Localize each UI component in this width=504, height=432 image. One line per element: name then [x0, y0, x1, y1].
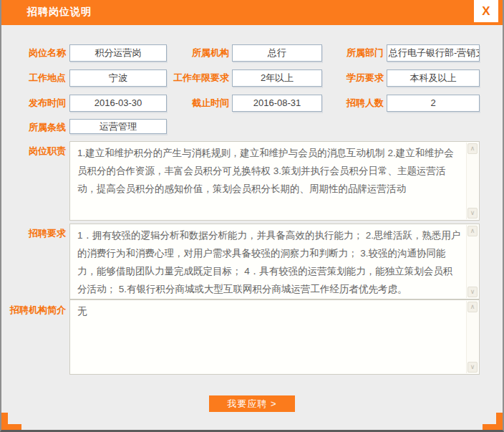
field-label-headcount: 招聘人数 [302, 95, 384, 112]
section-label-org-intro: 招聘机构简介 [1, 302, 66, 319]
org-intro-scrollbar[interactable]: ∧ ∨ [466, 301, 478, 373]
scroll-down-icon[interactable]: ∨ [467, 208, 478, 219]
field-input-headcount[interactable]: 2 [387, 95, 480, 112]
scroll-down-icon[interactable]: ∨ [467, 362, 478, 373]
responsibilities-text: 1.建立和维护积分的产生与消耗规则，建立和维护与会员的消息互动机制 2.建立和维… [77, 145, 462, 217]
field-label-organization: 所属机构 [137, 44, 229, 62]
org-intro-text: 无 [77, 303, 462, 371]
field-label-deadline: 截止时间 [137, 95, 229, 112]
field-label-position-name: 岗位名称 [1, 44, 66, 62]
dialog-header: 招聘岗位说明 X [0, 0, 504, 25]
field-label-experience-required: 工作年限要求 [137, 69, 229, 87]
responsibilities-scrollbar[interactable]: ∧ ∨ [466, 143, 478, 219]
section-label-responsibilities: 岗位职责 [1, 143, 66, 160]
field-label-publish-date: 发布时间 [1, 95, 66, 112]
apply-button[interactable]: 我要应聘 > [209, 395, 295, 412]
requirements-text: 1．拥有较强的逻辑分析和数据分析能力，并具备高效的执行能力； 2.思维活跃，熟悉… [77, 227, 462, 296]
job-posting-dialog: 招聘岗位说明 X 岗位名称 积分运营岗 所属机构 总行 所属部门 总行电子银行部… [0, 0, 504, 432]
field-input-education-required[interactable]: 本科及以上 [387, 69, 480, 87]
field-input-department[interactable]: 总行电子银行部-营销支持 [387, 44, 480, 62]
requirements-textarea[interactable]: 1．拥有较强的逻辑分析和数据分析能力，并具备高效的执行能力； 2.思维活跃，熟悉… [69, 224, 480, 299]
field-label-department: 所属部门 [302, 44, 384, 62]
close-button[interactable]: X [474, 0, 498, 22]
field-label-education-required: 学历要求 [302, 69, 384, 87]
field-input-business-line[interactable]: 运营管理 [69, 119, 167, 134]
corner-decoration-left [1, 413, 21, 430]
responsibilities-textarea[interactable]: 1.建立和维护积分的产生与消耗规则，建立和维护与会员的消息互动机制 2.建立和维… [69, 141, 480, 221]
dialog-title: 招聘岗位说明 [27, 0, 92, 24]
corner-decoration-right [483, 413, 503, 430]
scroll-up-icon[interactable]: ∧ [467, 226, 478, 236]
scroll-down-icon[interactable]: ∨ [467, 287, 478, 297]
scroll-up-icon[interactable]: ∧ [467, 302, 478, 312]
scroll-up-icon[interactable]: ∧ [467, 143, 478, 154]
section-label-requirements: 招聘要求 [1, 225, 66, 242]
org-intro-textarea[interactable]: 无 ∧ ∨ [69, 299, 480, 375]
field-label-business-line: 所属条线 [1, 119, 66, 136]
field-label-work-location: 工作地点 [1, 69, 66, 87]
requirements-scrollbar[interactable]: ∧ ∨ [466, 225, 478, 298]
